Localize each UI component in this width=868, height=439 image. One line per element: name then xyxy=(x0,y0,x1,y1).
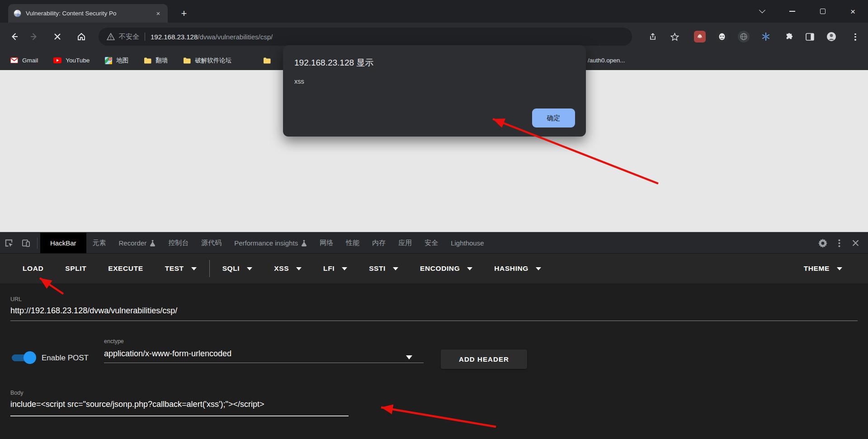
body-field-underline xyxy=(10,415,349,416)
execute-button[interactable]: EXECUTE xyxy=(108,264,143,273)
youtube-icon xyxy=(53,57,61,63)
folder-icon xyxy=(263,57,271,64)
add-header-button[interactable]: ADD HEADER xyxy=(441,349,527,369)
enctype-label: enctype xyxy=(104,338,124,345)
dialog-ok-button[interactable]: 确定 xyxy=(532,109,575,127)
devtools-controls xyxy=(815,233,868,253)
devtools-tab-bar: HackBar 元素 Recorder 控制台 源代码 Performance … xyxy=(0,233,868,254)
theme-menu[interactable]: THEME xyxy=(804,264,842,273)
encoding-menu[interactable]: ENCODING xyxy=(420,264,472,273)
dialog-title: 192.168.23.128 显示 xyxy=(294,57,373,69)
tab-performance-insights[interactable]: Performance insights xyxy=(228,233,313,253)
hackbar-toolbar: LOAD SPLIT EXECUTE TEST SQLI XSS LFI SST… xyxy=(0,254,868,283)
devtools-panel: HackBar 元素 Recorder 控制台 源代码 Performance … xyxy=(0,232,868,439)
tab-security[interactable]: 安全 xyxy=(418,233,444,253)
lfi-menu[interactable]: LFI xyxy=(323,264,347,273)
tab-network[interactable]: 网络 xyxy=(313,233,340,253)
hashing-menu[interactable]: HASHING xyxy=(494,264,541,273)
inspect-element-icon[interactable] xyxy=(0,233,17,253)
home-button[interactable] xyxy=(75,30,88,43)
experiment-flask-icon xyxy=(150,240,156,246)
extensions-puzzle-icon[interactable] xyxy=(783,30,795,43)
chevron-down-icon xyxy=(296,267,302,270)
url-field-label: URL xyxy=(10,296,22,302)
devtools-close-icon[interactable] xyxy=(847,233,863,254)
select-dropdown-icon[interactable] xyxy=(406,355,412,359)
tab-favicon-icon xyxy=(14,9,21,17)
browser-tab[interactable]: Vulnerability: Content Security Po × xyxy=(8,4,168,23)
bookmark-gmail[interactable]: Gmail xyxy=(10,57,38,64)
bookmark-star-icon[interactable] xyxy=(668,30,681,43)
ssti-menu[interactable]: SSTI xyxy=(369,264,398,273)
dialog-message: xss xyxy=(294,78,304,85)
tab-recorder[interactable]: Recorder xyxy=(113,233,162,253)
tab-sources[interactable]: 源代码 xyxy=(195,233,228,253)
window-dropdown-icon[interactable] xyxy=(747,0,777,23)
url-field-underline xyxy=(10,321,858,321)
devtools-menu-icon[interactable] xyxy=(831,233,847,254)
browser-window: Vulnerability: Content Security Po × + × xyxy=(0,0,868,439)
url-domain: 192.168.23.128 xyxy=(151,33,198,41)
load-button[interactable]: LOAD xyxy=(23,264,43,273)
side-panel-icon[interactable] xyxy=(803,30,816,43)
tab-lighthouse[interactable]: Lighthouse xyxy=(444,233,490,253)
folder-icon xyxy=(183,57,191,64)
minimize-button[interactable] xyxy=(777,0,807,23)
bookmark-folder[interactable] xyxy=(263,57,275,64)
body-field-value[interactable]: include=<script src="source/jsonp.php?ca… xyxy=(10,400,264,409)
extension-anonymous-mask-icon[interactable] xyxy=(716,31,728,42)
devtools-settings-gear-icon[interactable] xyxy=(815,233,831,254)
title-bar: Vulnerability: Content Security Po × + × xyxy=(0,0,868,23)
extension-hacktools-icon[interactable] xyxy=(694,31,706,42)
extension-globe-icon[interactable] xyxy=(738,31,750,42)
experiment-flask-icon xyxy=(301,240,307,246)
enable-post-label: Enable POST xyxy=(42,354,89,363)
maps-icon xyxy=(105,57,112,64)
close-window-button[interactable]: × xyxy=(838,0,868,23)
bookmark-folder-forum[interactable]: 破解软件论坛 xyxy=(183,57,231,65)
chevron-down-icon xyxy=(342,267,347,270)
chevron-down-icon xyxy=(393,267,398,270)
bookmark-folder-fanqiang[interactable]: 翻墙 xyxy=(144,57,168,65)
tab-hackbar[interactable]: HackBar xyxy=(40,233,86,253)
profile-avatar[interactable] xyxy=(825,30,838,43)
url-path: /dvwa/vulnerabilities/csp/ xyxy=(198,33,273,41)
enable-post-toggle[interactable] xyxy=(11,352,36,363)
not-secure-warning-icon xyxy=(107,33,115,40)
tab-performance[interactable]: 性能 xyxy=(340,233,366,253)
javascript-alert-dialog: 192.168.23.128 显示 xss 确定 xyxy=(283,45,586,137)
stop-loading-icon[interactable] xyxy=(51,30,64,43)
split-button[interactable]: SPLIT xyxy=(65,264,86,273)
tab-application[interactable]: 应用 xyxy=(392,233,418,253)
new-tab-button[interactable]: + xyxy=(178,7,190,20)
gmail-icon xyxy=(10,57,18,63)
enctype-select[interactable]: application/x-www-form-urlencoded xyxy=(104,349,231,359)
url-field-value[interactable]: http://192.168.23.128/dvwa/vulnerabiliti… xyxy=(10,306,177,316)
tab-memory[interactable]: 内存 xyxy=(366,233,392,253)
test-menu[interactable]: TEST xyxy=(165,264,197,273)
browser-menu-icon[interactable] xyxy=(854,32,856,42)
tab-title: Vulnerability: Content Security Po xyxy=(26,10,154,17)
chevron-down-icon xyxy=(467,267,472,270)
body-field-label: Body xyxy=(10,390,24,396)
tab-close-icon[interactable]: × xyxy=(154,9,162,18)
tab-console[interactable]: 控制台 xyxy=(162,233,195,253)
xss-menu[interactable]: XSS xyxy=(274,264,302,273)
bookmark-auth0[interactable]: /auth0.open... xyxy=(588,51,625,70)
device-toolbar-icon[interactable] xyxy=(17,233,34,253)
chevron-down-icon xyxy=(191,267,197,270)
tab-elements[interactable]: 元素 xyxy=(86,233,113,253)
chevron-down-icon xyxy=(247,267,252,270)
sqli-menu[interactable]: SQLI xyxy=(222,264,253,273)
chevron-down-icon xyxy=(837,267,842,270)
forward-button[interactable] xyxy=(28,30,40,43)
bookmark-youtube[interactable]: YouTube xyxy=(53,57,90,64)
security-state-label: 不安全 xyxy=(119,33,139,41)
maximize-button[interactable] xyxy=(807,0,838,23)
address-bar[interactable]: 不安全 192.168.23.128/dvwa/vulnerabilities/… xyxy=(99,28,632,46)
bookmark-maps[interactable]: 地图 xyxy=(105,57,128,65)
window-controls: × xyxy=(747,0,868,23)
share-icon[interactable] xyxy=(646,30,659,43)
back-button[interactable] xyxy=(8,30,21,43)
extension-snowflake-icon[interactable] xyxy=(760,31,772,42)
